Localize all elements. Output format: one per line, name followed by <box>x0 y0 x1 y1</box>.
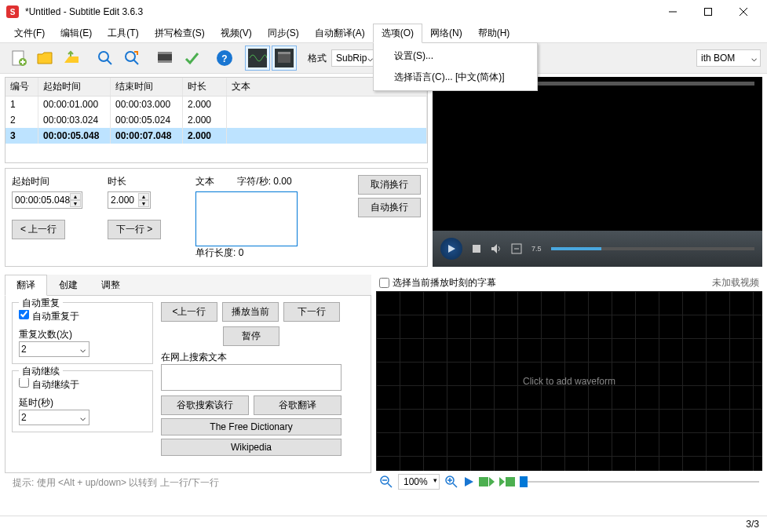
th-dur[interactable]: 时长 <box>183 78 227 96</box>
start-time-input[interactable]: 00:00:05.048▲▼ <box>12 191 82 209</box>
open-file-icon[interactable] <box>33 46 58 71</box>
waveform-position-slider[interactable] <box>520 474 759 490</box>
auto-continue-group: 自动继续 自动继续于 延时(秒) 2 <box>12 370 153 432</box>
menu-autotranslate[interactable]: 自动翻译(A) <box>307 24 373 42</box>
menu-spellcheck[interactable]: 拼写检查(S) <box>147 24 213 42</box>
fullscreen-icon[interactable] <box>511 243 522 254</box>
options-dropdown: 设置(S)... 选择语言(C)... [中文(简体)] <box>373 42 538 91</box>
line-length-label: 单行长度: 0 <box>195 247 243 258</box>
prev-line-button[interactable]: < 上一行 <box>12 220 65 239</box>
table-cell: 00:00:03.000 <box>111 97 183 112</box>
menu-help[interactable]: 帮助(H) <box>470 24 518 42</box>
select-current-checkbox[interactable] <box>379 278 389 288</box>
waveform-toggle-icon[interactable] <box>245 46 270 71</box>
play-icon[interactable] <box>463 476 474 487</box>
th-num[interactable]: 编号 <box>5 78 38 96</box>
volume-icon[interactable] <box>491 243 502 254</box>
spellcheck-icon[interactable] <box>179 46 204 71</box>
delay-select[interactable]: 2 <box>19 410 89 425</box>
lower-tabs: 翻译 创建 调整 <box>5 275 371 296</box>
new-file-icon[interactable] <box>6 46 31 71</box>
spin-down-icon[interactable]: ▼ <box>70 200 81 207</box>
select-current-label: 选择当前播放时刻的字幕 <box>393 276 496 290</box>
table-cell: 00:00:01.000 <box>38 97 111 112</box>
wikipedia-button[interactable]: Wikipedia <box>161 439 341 456</box>
autobreak-button[interactable]: 自动换行 <box>358 198 421 217</box>
pause-button[interactable]: 暂停 <box>223 326 279 346</box>
help-icon[interactable]: ? <box>212 46 237 71</box>
menu-edit[interactable]: 编辑(E) <box>53 24 100 42</box>
menu-network[interactable]: 网络(N) <box>422 24 470 42</box>
repeat-count-select[interactable]: 2 <box>19 341 89 357</box>
zoom-select[interactable]: 100% <box>398 474 440 490</box>
stop-icon[interactable] <box>472 244 481 253</box>
th-start[interactable]: 起始时间 <box>38 78 111 96</box>
edit-panel: 起始时间 00:00:05.048▲▼ < 上一行 时长 2.000▲▼ 下一行… <box>5 168 428 267</box>
hint-text: 提示: 使用 <Alt + up/down> 以转到 上一行/下一行 <box>5 473 371 493</box>
menu-options[interactable]: 选项(O) <box>373 24 422 43</box>
find-icon[interactable] <box>93 46 118 71</box>
google-search-button[interactable]: 谷歌搜索该行 <box>161 395 249 415</box>
search-web-input[interactable] <box>161 364 341 391</box>
freedict-button[interactable]: The Free Dictionary <box>161 418 341 435</box>
duration-input[interactable]: 2.000▲▼ <box>108 191 151 209</box>
menu-sync[interactable]: 同步(S) <box>260 24 307 42</box>
start-time-label: 起始时间 <box>12 175 98 188</box>
trans-prev-button[interactable]: <上一行 <box>161 302 217 322</box>
svg-rect-14 <box>158 60 172 63</box>
table-row[interactable]: 300:00:05.04800:00:07.0482.000 <box>5 128 427 144</box>
spin-down-icon[interactable]: ▼ <box>138 200 149 207</box>
next-line-button[interactable]: 下一行 > <box>108 220 161 239</box>
delay-label: 延时(秒) <box>19 397 53 408</box>
table-row[interactable]: 100:00:01.00000:00:03.0002.000 <box>5 97 427 112</box>
tab-translate[interactable]: 翻译 <box>5 275 47 296</box>
zoom-out-icon[interactable] <box>379 475 393 489</box>
unbreak-button[interactable]: 取消换行 <box>358 175 421 195</box>
play-current-button[interactable]: 播放当前 <box>222 302 279 322</box>
dropdown-language[interactable]: 选择语言(C)... [中文(简体)] <box>375 67 535 88</box>
subtitle-table[interactable]: 编号 起始时间 结束时间 时长 文本 100:00:01.00000:00:03… <box>5 77 428 163</box>
table-row[interactable]: 200:00:03.02400:00:05.0242.000 <box>5 112 427 128</box>
svg-rect-20 <box>278 52 290 54</box>
table-cell: 2.000 <box>183 112 227 128</box>
menu-tools[interactable]: 工具(T) <box>100 24 146 42</box>
svg-text:?: ? <box>221 53 227 64</box>
play-button[interactable] <box>440 238 462 260</box>
menu-video[interactable]: 视频(V) <box>213 24 260 42</box>
svg-line-26 <box>388 483 392 487</box>
minimize-button[interactable] <box>655 0 690 24</box>
close-button[interactable] <box>725 0 761 24</box>
visual-sync-icon[interactable] <box>152 46 177 71</box>
save-file-icon[interactable] <box>60 46 85 71</box>
goto-end-icon[interactable] <box>499 476 515 488</box>
zoom-in-icon[interactable] <box>444 475 458 489</box>
encoding-select[interactable]: ith BOM <box>696 49 761 67</box>
video-time: 7.5 <box>531 245 542 253</box>
video-toggle-icon[interactable] <box>272 46 297 71</box>
line-counter: 3/3 <box>746 519 759 530</box>
tab-create[interactable]: 创建 <box>47 275 89 295</box>
trans-next-button[interactable]: 下一行 <box>283 302 340 322</box>
tab-adjust[interactable]: 调整 <box>89 275 132 295</box>
replace-icon[interactable] <box>119 46 144 71</box>
subtitle-text-input[interactable] <box>195 191 298 246</box>
auto-repeat-checkbox[interactable]: 自动重复于 <box>19 311 79 322</box>
spin-up-icon[interactable]: ▲ <box>70 193 81 200</box>
format-select[interactable]: SubRip <box>331 49 377 67</box>
auto-continue-title: 自动继续 <box>19 365 63 378</box>
app-icon: S <box>6 5 19 18</box>
auto-continue-checkbox[interactable]: 自动继续于 <box>19 379 79 390</box>
maximize-button[interactable] <box>690 0 725 24</box>
menu-file[interactable]: 文件(F) <box>6 24 53 42</box>
table-cell: 3 <box>5 128 38 144</box>
goto-start-icon[interactable] <box>479 476 495 488</box>
th-end[interactable]: 结束时间 <box>111 78 183 96</box>
dropdown-settings[interactable]: 设置(S)... <box>375 46 535 67</box>
svg-rect-36 <box>506 477 515 486</box>
spin-up-icon[interactable]: ▲ <box>138 193 149 200</box>
google-translate-button[interactable]: 谷歌翻译 <box>254 395 341 415</box>
waveform-area[interactable]: Click to add waveform <box>376 291 762 471</box>
video-player[interactable]: 7.5 <box>433 77 762 267</box>
svg-rect-19 <box>278 53 290 63</box>
video-progress[interactable] <box>551 247 754 250</box>
